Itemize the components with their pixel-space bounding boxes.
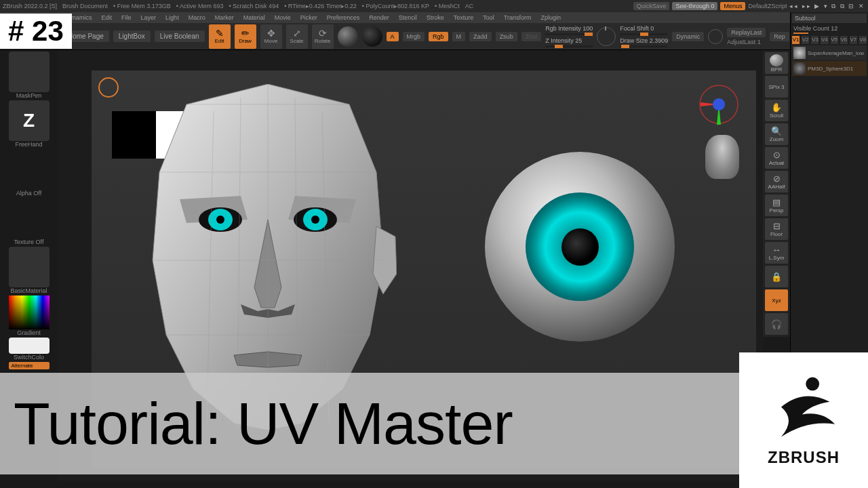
v1-toggle[interactable]: V1 xyxy=(792,36,800,44)
move-mode-button[interactable]: ✥Move xyxy=(260,24,282,49)
lsym-button[interactable]: ↔L.Sym xyxy=(765,242,788,264)
tutorial-title-bar: Tutorial: UV Master xyxy=(0,373,868,474)
visible-count: Visible Count 12 xyxy=(792,24,867,35)
scratch-disk: • Scratch Disk 494 xyxy=(229,3,279,9)
v3-toggle[interactable]: V3 xyxy=(811,36,818,44)
dynamic-toggle[interactable]: Dynamic xyxy=(672,32,704,41)
free-mem: • Free Mem 3.173GB xyxy=(113,3,171,9)
stroke-slot[interactable]: Z xyxy=(9,100,50,141)
v4-toggle[interactable]: V4 xyxy=(821,36,828,44)
headphones-icon[interactable]: 🎧 xyxy=(765,313,788,335)
zbrush-brand-text: ZBRUSH xyxy=(768,448,840,467)
zoom-button[interactable]: 🔍Zoom xyxy=(765,123,788,145)
replay-dial-icon[interactable] xyxy=(708,29,723,44)
switch-color[interactable] xyxy=(9,338,50,354)
xyz-button[interactable]: Xyz xyxy=(765,289,788,311)
floor-button[interactable]: ⊟Floor xyxy=(765,218,788,240)
rtime: • RTime▸0.426 Timer▸0.22 xyxy=(284,3,357,9)
subtool-item-2[interactable]: PM3D_Sphere3D1 xyxy=(792,61,867,76)
zbrush-logo-icon xyxy=(766,373,841,448)
v8-toggle[interactable]: V8 xyxy=(859,36,867,44)
menu-texture[interactable]: Texture xyxy=(454,14,474,21)
color-picker[interactable] xyxy=(9,296,50,329)
brush-preview-sphere[interactable] xyxy=(338,26,358,47)
menu-render[interactable]: Render xyxy=(369,14,389,21)
menu-preferences[interactable]: Preferences xyxy=(327,14,360,21)
replay-last-button[interactable]: ReplayLast xyxy=(727,28,766,37)
menu-transform[interactable]: Transform xyxy=(504,14,532,21)
focal-shift-slider[interactable]: Focal Shift 0 xyxy=(620,25,668,35)
scale-mode-button[interactable]: ⤢Scale xyxy=(286,24,308,49)
svg-point-5 xyxy=(311,216,319,224)
quicksave-button[interactable]: QuickSave xyxy=(633,2,670,10)
zcut-button[interactable]: Zcut xyxy=(521,32,542,41)
adjust-last[interactable]: AdjustLast 1 xyxy=(727,39,766,45)
menu-movie[interactable]: Movie xyxy=(275,14,291,21)
tutorial-title: Tutorial: UV Master xyxy=(14,389,513,458)
texture-slot[interactable] xyxy=(9,198,50,239)
axis-ring-icon[interactable] xyxy=(98,77,119,98)
menu-macro[interactable]: Macro xyxy=(189,14,205,21)
alternate-toggle[interactable]: Alternate xyxy=(9,362,50,369)
v5-toggle[interactable]: V5 xyxy=(831,36,838,44)
mini-head-preview[interactable] xyxy=(705,135,739,179)
persp-button[interactable]: ▤Persp xyxy=(765,195,788,216)
menu-stroke[interactable]: Stroke xyxy=(427,14,444,21)
window-controls[interactable]: ◂◂ ▸▸ ▶ ▾ ⧉ ⧉ ⊟ ✕ xyxy=(789,3,865,10)
draw-mode-button[interactable]: ✏Draw xyxy=(235,24,256,49)
seethrough-slider[interactable]: See-through 0 xyxy=(672,2,717,10)
scroll-button[interactable]: ✋Scroll xyxy=(765,100,788,121)
menu-bar: Document Draw Dynamics Edit File Layer L… xyxy=(0,12,868,23)
v7-toggle[interactable]: V7 xyxy=(850,36,857,44)
iris xyxy=(526,192,634,301)
rgb-button[interactable]: Rgb xyxy=(429,32,448,41)
active-mem: • Active Mem 693 xyxy=(176,3,224,9)
spix-button[interactable]: SPix 3 xyxy=(765,76,788,98)
draw-size-slider[interactable]: Draw Size 2.3909 xyxy=(620,37,668,47)
menu-layer[interactable]: Layer xyxy=(141,14,157,21)
top-toolbar: Alt Iter Home Page LightBox Live Boolean… xyxy=(0,23,868,50)
rgb-intensity-slider[interactable]: Rgb Intensity 100 xyxy=(545,25,593,35)
material-preview-sphere[interactable] xyxy=(362,26,382,47)
menu-marker[interactable]: Marker xyxy=(215,14,234,21)
edit-mode-button[interactable]: ✎Edit xyxy=(209,24,231,49)
menu-file[interactable]: File xyxy=(121,14,132,21)
m-button[interactable]: M xyxy=(452,32,466,41)
navigation-gizmo[interactable] xyxy=(695,84,743,131)
v2-toggle[interactable]: V2 xyxy=(802,36,809,44)
left-tray: MaskPen ZFreeHand Alpha Off Texture Off … xyxy=(0,50,58,371)
z-intensity-slider[interactable]: Z Intensity 25 xyxy=(545,37,593,47)
rotate-mode-button[interactable]: ⟳Rotate xyxy=(312,24,334,49)
aahalf-button[interactable]: ⊘AAHalf xyxy=(765,171,788,192)
menu-light[interactable]: Light xyxy=(165,14,179,21)
eyeball-mesh xyxy=(485,152,675,342)
mrgb-button[interactable]: Mrgb xyxy=(403,32,425,41)
zadd-button[interactable]: Zadd xyxy=(469,32,492,41)
alpha-slot[interactable] xyxy=(9,149,50,190)
menu-material[interactable]: Material xyxy=(243,14,265,21)
zsub-button[interactable]: Zsub xyxy=(496,32,517,41)
menu-tool[interactable]: Tool xyxy=(483,14,494,21)
rep-button[interactable]: Rep xyxy=(770,32,789,41)
menus-toggle[interactable]: Menus xyxy=(720,2,745,10)
menu-edit[interactable]: Edit xyxy=(102,14,113,21)
lock-button[interactable]: 🔒 xyxy=(765,266,788,287)
menu-stencil[interactable]: Stencil xyxy=(399,14,417,21)
menu-zplugin[interactable]: Zplugin xyxy=(541,14,561,21)
menu-picker[interactable]: Picker xyxy=(300,14,317,21)
focal-dial-icon[interactable] xyxy=(597,27,616,46)
subtool-item-1[interactable]: SuperAverageMan_low xyxy=(792,45,867,60)
live-boolean-button[interactable]: Live Boolean xyxy=(155,30,205,42)
title-bar: ZBrush 2022.0.2 [S] Brush Document • Fre… xyxy=(0,0,868,12)
v6-toggle[interactable]: V6 xyxy=(840,36,848,44)
brush-slot[interactable] xyxy=(9,52,50,92)
brush-label: MaskPen xyxy=(16,92,42,99)
a-toggle[interactable]: A xyxy=(387,32,399,41)
actual-button[interactable]: ⊙Actual xyxy=(765,147,788,169)
lightbox-button[interactable]: LightBox xyxy=(113,30,151,42)
subtool-header[interactable]: Subtool xyxy=(792,14,867,23)
default-zscript[interactable]: DefaultZScript xyxy=(748,3,787,9)
texture-label: Texture Off xyxy=(14,239,44,245)
bpr-button[interactable]: BPR xyxy=(765,52,788,74)
material-slot[interactable] xyxy=(9,247,50,287)
